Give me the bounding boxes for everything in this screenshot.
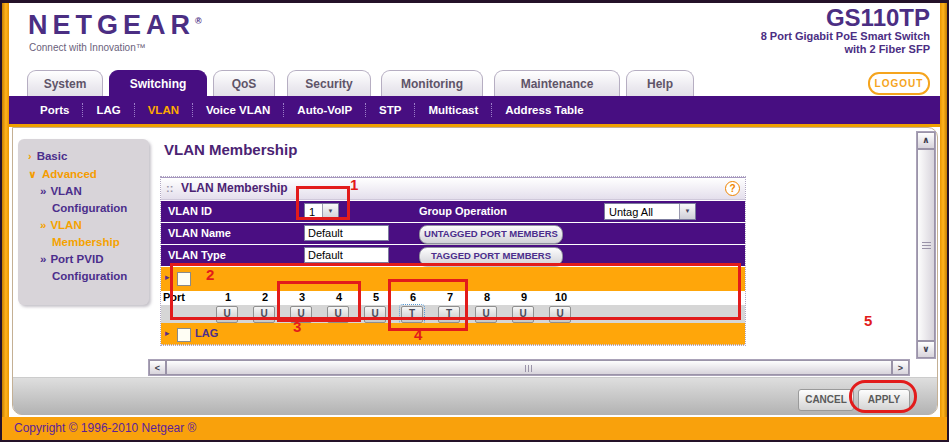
tab-monitoring[interactable]: Monitoring xyxy=(381,70,483,97)
tab-qos[interactable]: QoS xyxy=(213,70,275,97)
port-6-tag-button[interactable]: T xyxy=(401,306,423,323)
select-all-lag-checkbox[interactable] xyxy=(177,328,191,342)
help-icon[interactable]: ? xyxy=(725,181,740,196)
group-operation-label: Group Operation xyxy=(419,205,507,217)
sidebar-item-basic[interactable]: ›Basic xyxy=(28,147,143,165)
collapsed-arrow-icon: › xyxy=(28,150,32,162)
subnav-item-multicast[interactable]: Multicast xyxy=(415,103,492,117)
vlan-membership-section: :: VLAN Membership ? VLAN ID 1 ▼ Group O… xyxy=(160,176,746,346)
section-prefix: :: xyxy=(166,182,173,194)
port-7-tag-button[interactable]: T xyxy=(438,306,460,323)
sidebar-item-port-pvid-configuration[interactable]: »Port PVID Configuration xyxy=(40,251,148,285)
tab-maintenance[interactable]: Maintenance xyxy=(494,70,620,97)
port-number: 2 xyxy=(253,291,277,303)
netgear-switch-admin-page: NETGEAR® Connect with Innovation™ GS110T… xyxy=(0,0,949,442)
bullet-icon: » xyxy=(40,219,46,231)
vertical-scrollbar[interactable]: ∧ ∨ xyxy=(916,131,936,359)
orange-border-left xyxy=(2,3,9,440)
scroll-down-arrow-icon[interactable]: ∨ xyxy=(917,341,935,358)
logout-button[interactable]: LOGOUT xyxy=(868,72,930,95)
port-2-tag-button[interactable]: U xyxy=(253,306,275,323)
port-tag-row: U U U U U T T U U U xyxy=(161,305,745,323)
port-3-tag-button[interactable]: U xyxy=(290,306,312,323)
vlan-type-label: VLAN Type xyxy=(168,249,226,261)
lag-group-row: ▸ LAG xyxy=(161,323,745,345)
scroll-grip xyxy=(922,242,931,249)
cancel-button[interactable]: CANCEL xyxy=(798,389,854,411)
device-model: GS110TP xyxy=(560,6,930,30)
subnav-item-address-table[interactable]: Address Table xyxy=(492,103,596,117)
chevron-down-icon: ▼ xyxy=(679,204,695,219)
ports-group-row: ▸ xyxy=(161,267,745,291)
vlan-name-label: VLAN Name xyxy=(168,227,231,239)
horizontal-scrollbar[interactable]: < > xyxy=(148,359,910,376)
horizontal-scrollbar-thumb[interactable] xyxy=(166,360,892,375)
vlan-id-row: VLAN ID 1 ▼ Group Operation Untag All ▼ xyxy=(161,201,745,222)
chevron-down-icon: ▼ xyxy=(322,204,338,219)
port-number: 1 xyxy=(216,291,240,303)
lag-label: LAG xyxy=(195,327,218,339)
port-number: 10 xyxy=(549,291,573,303)
tab-security[interactable]: Security xyxy=(287,70,371,97)
vlan-name-input[interactable] xyxy=(304,225,389,241)
group-operation-select[interactable]: Untag All ▼ xyxy=(604,203,696,220)
device-subtitle-1: 8 Port Gigabit PoE Smart Switch xyxy=(560,30,930,43)
vlan-type-row: VLAN Type TAGGED PORT MEMBERS xyxy=(161,245,745,266)
subnav-item-auto-voip[interactable]: Auto-VoIP xyxy=(284,103,366,117)
port-number: 9 xyxy=(512,291,536,303)
port-1-tag-button[interactable]: U xyxy=(216,306,238,323)
port-10-tag-button[interactable]: U xyxy=(549,306,571,323)
page-title: VLAN Membership xyxy=(164,141,297,158)
tab-switching[interactable]: Switching xyxy=(109,70,207,97)
vlan-name-row: VLAN Name UNTAGGED PORT MEMBERS xyxy=(161,223,745,244)
tab-system[interactable]: System xyxy=(27,70,103,97)
expanded-arrow-icon: ∨ xyxy=(28,168,37,180)
tagged-port-members-button[interactable]: TAGGED PORT MEMBERS xyxy=(419,247,563,266)
subnav-item-vlan[interactable]: VLAN xyxy=(135,103,193,117)
section-header: :: VLAN Membership ? xyxy=(161,177,745,200)
apply-button[interactable]: APPLY xyxy=(858,389,910,411)
vertical-scrollbar-thumb[interactable] xyxy=(917,149,935,341)
expander-arrow-icon[interactable]: ▸ xyxy=(165,272,170,282)
sidebar-item-advanced[interactable]: ∨Advanced xyxy=(28,165,143,183)
port-9-tag-button[interactable]: U xyxy=(512,306,534,323)
sidebar-item-vlan-configuration[interactable]: »VLAN Configuration xyxy=(40,183,148,217)
netgear-logo: NETGEAR® xyxy=(28,10,202,41)
action-bar: CANCEL APPLY xyxy=(13,377,937,415)
device-subtitle-2: with 2 Fiber SFP xyxy=(560,43,930,56)
vlan-type-input[interactable] xyxy=(304,247,389,263)
port-5-tag-button[interactable]: U xyxy=(364,306,386,323)
scroll-left-arrow-icon[interactable]: < xyxy=(149,360,166,375)
subnav-item-lag[interactable]: LAG xyxy=(83,103,134,117)
orange-border-right xyxy=(940,3,947,440)
port-number: 4 xyxy=(327,291,351,303)
port-number: 3 xyxy=(290,291,314,303)
untagged-port-members-button[interactable]: UNTAGGED PORT MEMBERS xyxy=(419,225,563,244)
brand-tagline: Connect with Innovation™ xyxy=(29,42,146,53)
scroll-up-arrow-icon[interactable]: ∧ xyxy=(917,132,935,149)
tab-help[interactable]: Help xyxy=(626,70,694,97)
port-8-tag-button[interactable]: U xyxy=(475,306,497,323)
expander-arrow-icon[interactable]: ▸ xyxy=(165,328,170,338)
port-number: 7 xyxy=(438,291,462,303)
subnav-item-stp[interactable]: STP xyxy=(366,103,415,117)
scroll-right-arrow-icon[interactable]: > xyxy=(892,360,909,375)
sidebar-item-vlan-membership[interactable]: »VLAN Membership xyxy=(40,217,148,251)
subnav-item-ports[interactable]: Ports xyxy=(27,103,83,117)
port-numbers-row: Port 1 2 3 4 5 6 7 8 9 10 xyxy=(161,291,745,305)
port-number: 8 xyxy=(475,291,499,303)
subnav-bar: Ports LAG VLAN Voice VLAN Auto-VoIP STP … xyxy=(9,96,940,124)
bullet-icon: » xyxy=(40,185,46,197)
port-number: 5 xyxy=(364,291,388,303)
registered-mark: ® xyxy=(195,16,202,26)
sidebar-menu: ›Basic ∨Advanced »VLAN Configuration »VL… xyxy=(18,139,149,305)
scroll-grip xyxy=(525,365,533,372)
select-all-ports-checkbox[interactable] xyxy=(177,272,191,286)
port-row-label: Port xyxy=(163,291,185,303)
port-4-tag-button[interactable]: U xyxy=(327,306,349,323)
subnav-item-voice-vlan[interactable]: Voice VLAN xyxy=(193,103,284,117)
port-number: 6 xyxy=(401,291,425,303)
device-model-block: GS110TP 8 Port Gigabit PoE Smart Switch … xyxy=(560,6,930,56)
page-border-top xyxy=(0,0,949,3)
vlan-id-select[interactable]: 1 ▼ xyxy=(304,203,339,220)
